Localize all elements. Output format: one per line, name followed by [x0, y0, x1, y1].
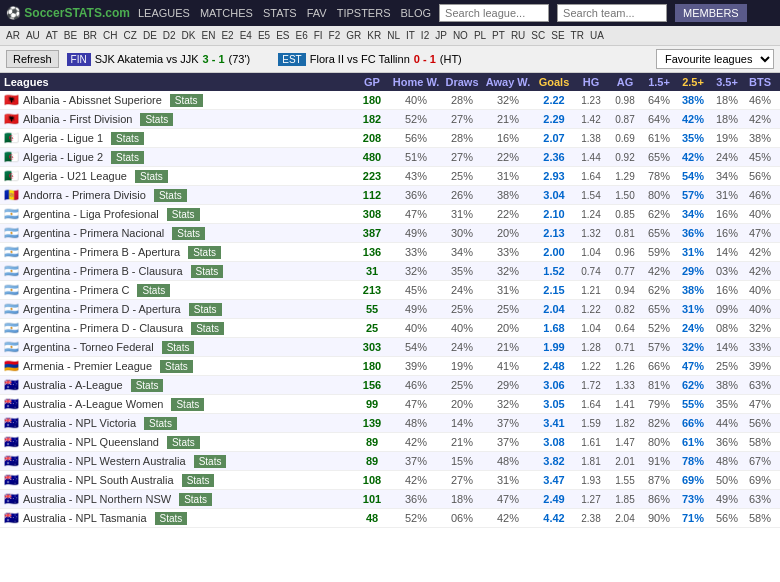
flag-ua[interactable]: UA: [588, 29, 606, 42]
league-name-link[interactable]: Albania - First Division: [23, 113, 132, 125]
league-name-link[interactable]: Australia - NPL Northern NSW: [23, 493, 171, 505]
league-name-link[interactable]: Australia - NPL Victoria: [23, 417, 136, 429]
flag-at[interactable]: AT: [44, 29, 60, 42]
league-name-link[interactable]: Argentina - Primera B - Clausura: [23, 265, 183, 277]
stats-button[interactable]: Stats: [155, 512, 188, 525]
stats-button[interactable]: Stats: [140, 113, 173, 126]
flag-dk[interactable]: DK: [180, 29, 198, 42]
th-draws[interactable]: Draws: [442, 76, 482, 88]
cell-goals[interactable]: 3.06: [534, 379, 574, 391]
flag-en[interactable]: EN: [200, 29, 218, 42]
members-button[interactable]: MEMBERS: [675, 4, 747, 22]
flag-au[interactable]: AU: [24, 29, 42, 42]
league-name-link[interactable]: Argentina - Primera D - Apertura: [23, 303, 181, 315]
flag-it[interactable]: IT: [404, 29, 417, 42]
league-name-link[interactable]: Argentina - Primera C: [23, 284, 129, 296]
league-name-link[interactable]: Australia - NPL Queensland: [23, 436, 159, 448]
cell-goals[interactable]: 3.04: [534, 189, 574, 201]
league-name-link[interactable]: Albania - Abissnet Superiore: [23, 94, 162, 106]
th-awayw[interactable]: Away W.: [482, 76, 534, 88]
flag-nl[interactable]: NL: [385, 29, 402, 42]
stats-button[interactable]: Stats: [179, 493, 212, 506]
flag-gr[interactable]: GR: [344, 29, 363, 42]
flag-es[interactable]: ES: [274, 29, 291, 42]
stats-button[interactable]: Stats: [172, 227, 205, 240]
league-name-link[interactable]: Australia - A-League Women: [23, 398, 163, 410]
flag-jp[interactable]: JP: [433, 29, 449, 42]
th-2p5[interactable]: 2.5+: [676, 76, 710, 88]
cell-goals[interactable]: 3.05: [534, 398, 574, 410]
stats-button[interactable]: Stats: [144, 417, 177, 430]
cell-goals[interactable]: 1.52: [534, 265, 574, 277]
cell-goals[interactable]: 2.29: [534, 113, 574, 125]
flag-no[interactable]: NO: [451, 29, 470, 42]
cell-goals[interactable]: 3.08: [534, 436, 574, 448]
cell-goals[interactable]: 4.42: [534, 512, 574, 524]
stats-button[interactable]: Stats: [137, 284, 170, 297]
stats-button[interactable]: Stats: [135, 170, 168, 183]
nav-matches[interactable]: MATCHES: [200, 7, 253, 19]
stats-button[interactable]: Stats: [131, 379, 164, 392]
league-name-link[interactable]: Algeria - U21 League: [23, 170, 127, 182]
league-name-link[interactable]: Australia - NPL South Australia: [23, 474, 174, 486]
nav-tipsters[interactable]: TIPSTERS: [337, 7, 391, 19]
th-homew[interactable]: Home W.: [390, 76, 442, 88]
nav-leagues[interactable]: LEAGUES: [138, 7, 190, 19]
flag-ch[interactable]: CH: [101, 29, 119, 42]
cell-goals[interactable]: 3.41: [534, 417, 574, 429]
cell-goals[interactable]: 2.36: [534, 151, 574, 163]
league-name-link[interactable]: Algeria - Ligue 2: [23, 151, 103, 163]
th-goals[interactable]: Goals: [534, 76, 574, 88]
flag-pl[interactable]: PL: [472, 29, 488, 42]
flag-cz[interactable]: CZ: [122, 29, 139, 42]
league-name-link[interactable]: Australia - NPL Western Australia: [23, 455, 186, 467]
cell-goals[interactable]: 3.82: [534, 455, 574, 467]
stats-button[interactable]: Stats: [170, 94, 203, 107]
search-league-input[interactable]: [439, 4, 549, 22]
nav-stats[interactable]: STATS: [263, 7, 297, 19]
league-name-link[interactable]: Australia - A-League: [23, 379, 123, 391]
cell-goals[interactable]: 2.48: [534, 360, 574, 372]
cell-goals[interactable]: 2.07: [534, 132, 574, 144]
cell-goals[interactable]: 2.22: [534, 94, 574, 106]
stats-button[interactable]: Stats: [162, 341, 195, 354]
flag-br[interactable]: BR: [81, 29, 99, 42]
flag-pt[interactable]: PT: [490, 29, 507, 42]
cell-goals[interactable]: 2.04: [534, 303, 574, 315]
league-name-link[interactable]: Argentina - Primera D - Clausura: [23, 322, 183, 334]
cell-goals[interactable]: 2.13: [534, 227, 574, 239]
stats-button[interactable]: Stats: [188, 246, 221, 259]
cell-goals[interactable]: 2.00: [534, 246, 574, 258]
flag-e6[interactable]: E6: [293, 29, 309, 42]
cell-goals[interactable]: 2.93: [534, 170, 574, 182]
league-name-link[interactable]: Argentina - Primera B - Apertura: [23, 246, 180, 258]
flag-ru[interactable]: RU: [509, 29, 527, 42]
flag-d2[interactable]: D2: [161, 29, 178, 42]
stats-button[interactable]: Stats: [111, 151, 144, 164]
flag-i2[interactable]: I2: [419, 29, 431, 42]
stats-button[interactable]: Stats: [189, 303, 222, 316]
flag-sc[interactable]: SC: [529, 29, 547, 42]
league-name-link[interactable]: Andorra - Primera Divisio: [23, 189, 146, 201]
stats-button[interactable]: Stats: [167, 436, 200, 449]
stats-button[interactable]: Stats: [160, 360, 193, 373]
cell-goals[interactable]: 1.99: [534, 341, 574, 353]
league-name-link[interactable]: Argentina - Torneo Federal: [23, 341, 154, 353]
cell-goals[interactable]: 2.49: [534, 493, 574, 505]
stats-button[interactable]: Stats: [167, 208, 200, 221]
stats-button[interactable]: Stats: [154, 189, 187, 202]
flag-f2[interactable]: F2: [327, 29, 343, 42]
th-3p5[interactable]: 3.5+: [710, 76, 744, 88]
th-bts[interactable]: BTS: [744, 76, 776, 88]
league-name-link[interactable]: Argentina - Primera Nacional: [23, 227, 164, 239]
flag-de[interactable]: DE: [141, 29, 159, 42]
flag-ar[interactable]: AR: [4, 29, 22, 42]
flag-tr[interactable]: TR: [569, 29, 586, 42]
flag-fi[interactable]: FI: [312, 29, 325, 42]
flag-e4[interactable]: E4: [238, 29, 254, 42]
league-name-link[interactable]: Argentina - Liga Profesional: [23, 208, 159, 220]
nav-blog[interactable]: BLOG: [401, 7, 432, 19]
cell-goals[interactable]: 3.47: [534, 474, 574, 486]
stats-button[interactable]: Stats: [111, 132, 144, 145]
league-name-link[interactable]: Australia - NPL Tasmania: [23, 512, 147, 524]
